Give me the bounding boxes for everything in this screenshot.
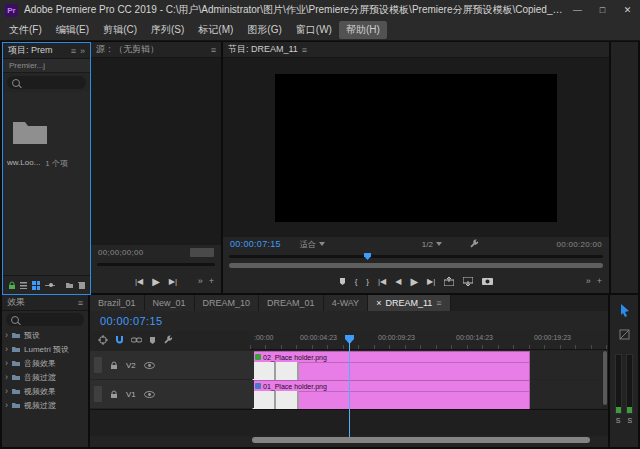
mark-out-icon[interactable]: } xyxy=(366,277,369,286)
solo-button-left[interactable]: S xyxy=(616,417,621,424)
clip-01-place-holder[interactable]: 01_Place holder.png xyxy=(252,380,530,410)
add-marker-icon[interactable] xyxy=(149,336,156,345)
snap-magnet-icon[interactable] xyxy=(115,335,124,345)
solo-button-right[interactable]: S xyxy=(628,417,633,424)
panel-menu-icon[interactable]: ≡ xyxy=(78,298,83,308)
lift-icon[interactable] xyxy=(444,277,454,286)
sequence-tab-dream-01[interactable]: DREAM_01 xyxy=(259,295,324,311)
source-patch-toggle[interactable] xyxy=(94,357,102,373)
linked-selection-icon[interactable] xyxy=(131,336,142,344)
step-back-icon[interactable]: ◀ xyxy=(395,277,401,286)
new-bin-icon[interactable] xyxy=(65,281,73,289)
tab-close-icon[interactable]: × xyxy=(376,298,381,308)
export-frame-camera-icon[interactable] xyxy=(482,277,493,285)
track-visibility-eye-icon[interactable] xyxy=(144,391,155,398)
maximize-button[interactable]: □ xyxy=(590,0,615,20)
program-scrubber[interactable] xyxy=(223,251,609,261)
menu-sequence[interactable]: 序列(S) xyxy=(144,21,191,39)
program-zoom-scrollbar[interactable] xyxy=(223,261,609,269)
effects-item-lumetri[interactable]: › Lumetri 预设 xyxy=(2,342,88,356)
source-zoom-select[interactable] xyxy=(190,248,214,257)
source-patch-toggle[interactable] xyxy=(94,386,102,402)
effects-item-audio-effects[interactable]: › 音频效果 xyxy=(2,356,88,370)
chevron-right-icon[interactable]: › xyxy=(5,386,8,396)
go-to-in-icon[interactable]: |◀ xyxy=(378,277,386,286)
add-button-icon[interactable]: + xyxy=(597,276,602,286)
sequence-tab-brazil-01[interactable]: Brazil_01 xyxy=(90,295,145,311)
track-label[interactable]: V1 xyxy=(126,390,136,399)
minimize-button[interactable]: — xyxy=(565,0,590,20)
close-button[interactable]: ✕ xyxy=(615,0,640,20)
chevron-right-icon[interactable]: › xyxy=(5,330,8,340)
panel-overflow-icon[interactable]: » xyxy=(80,46,85,56)
sequence-tab-4-way[interactable]: 4-WAY xyxy=(324,295,369,311)
menu-markers[interactable]: 标记(M) xyxy=(191,21,240,39)
track-v2-lane[interactable]: 02_Place holder.png xyxy=(250,351,602,379)
project-writable-lock-icon[interactable] xyxy=(8,281,15,290)
effects-item-video-effects[interactable]: › 视频效果 xyxy=(2,384,88,398)
list-view-icon[interactable] xyxy=(20,281,28,289)
tool-icon[interactable] xyxy=(619,329,630,340)
zoom-slider[interactable] xyxy=(45,285,55,286)
track-v1-lane[interactable]: 01_Place holder.png xyxy=(250,380,602,408)
menu-window[interactable]: 窗口(W) xyxy=(289,21,339,39)
panel-menu-icon[interactable]: ≡ xyxy=(436,298,441,308)
resolution-select[interactable]: 1/2 xyxy=(422,240,442,249)
insert-overwrite-icon[interactable] xyxy=(98,335,108,345)
timeline-timecode[interactable]: 00:00:07:15 xyxy=(100,315,163,327)
icon-view-icon[interactable] xyxy=(32,281,40,290)
effects-item-audio-transitions[interactable]: › 音频过渡 xyxy=(2,370,88,384)
panel-menu-icon[interactable]: ≡ xyxy=(302,45,307,55)
menu-clip[interactable]: 剪辑(C) xyxy=(96,21,144,39)
extract-icon[interactable] xyxy=(463,277,473,286)
clip-fx-badge[interactable] xyxy=(255,354,261,360)
timeline-horizontal-scrollbar[interactable] xyxy=(252,437,590,443)
sequence-tab-new-01[interactable]: New_01 xyxy=(145,295,195,311)
chevron-right-icon[interactable]: › xyxy=(5,400,8,410)
sequence-tab-dream-10[interactable]: DREAM_10 xyxy=(195,295,260,311)
mark-in-icon[interactable]: { xyxy=(355,277,358,286)
settings-wrench-icon[interactable] xyxy=(469,239,479,249)
timeline-settings-wrench-icon[interactable] xyxy=(163,335,173,345)
effects-panel-header[interactable]: 效果 ≡ xyxy=(2,295,88,311)
go-to-in-icon[interactable]: |◀ xyxy=(135,277,143,286)
effects-item-presets[interactable]: › 预设 xyxy=(2,328,88,342)
source-panel-header[interactable]: 源：（无剪辑） ≡ xyxy=(91,42,221,58)
chevron-right-icon[interactable]: › xyxy=(5,344,8,354)
play-icon[interactable]: ▶ xyxy=(410,276,418,287)
menu-graphics[interactable]: 图形(G) xyxy=(240,21,288,39)
button-overflow-icon[interactable]: » xyxy=(586,276,591,286)
chevron-right-icon[interactable]: › xyxy=(5,372,8,382)
project-tab[interactable]: Premier...j xyxy=(3,59,90,73)
program-playhead[interactable] xyxy=(364,253,371,260)
project-bin-area[interactable]: ww.Loo... 1 个项 xyxy=(3,92,90,275)
project-panel-header[interactable]: 项目: Prem ≡ » xyxy=(3,43,90,59)
sequence-tab-dream-11[interactable]: × DREAM_11 ≡ xyxy=(368,295,450,311)
time-ruler[interactable]: :00:00 00:00:04:23 00:00:09:23 00:00:14:… xyxy=(250,331,608,350)
project-search-input[interactable] xyxy=(7,76,86,89)
go-to-out-icon[interactable]: ▶| xyxy=(169,277,177,286)
program-timecode[interactable]: 00:00:07:15 xyxy=(230,239,281,249)
selection-tool-icon[interactable] xyxy=(618,303,631,317)
add-marker-icon[interactable] xyxy=(339,277,346,286)
go-to-out-icon[interactable]: ▶| xyxy=(427,277,435,286)
track-label[interactable]: V2 xyxy=(126,361,136,370)
track-lock-icon[interactable] xyxy=(110,361,118,370)
track-lock-icon[interactable] xyxy=(110,390,118,399)
menu-file[interactable]: 文件(F) xyxy=(2,21,49,39)
clip-02-place-holder[interactable]: 02_Place holder.png xyxy=(252,351,530,381)
timeline-vertical-scrollbar[interactable] xyxy=(603,351,607,405)
clip-fx-badge[interactable] xyxy=(255,383,261,389)
menu-edit[interactable]: 编辑(E) xyxy=(49,21,96,39)
chevron-right-icon[interactable]: › xyxy=(5,358,8,368)
trash-icon[interactable] xyxy=(78,281,85,290)
button-overflow-icon[interactable]: » xyxy=(198,276,203,286)
track-visibility-eye-icon[interactable] xyxy=(144,362,155,369)
bin-name[interactable]: ww.Loo... xyxy=(7,158,40,169)
source-scrubber[interactable] xyxy=(91,259,221,269)
panel-menu-icon[interactable]: ≡ xyxy=(211,45,216,55)
panel-menu-icon[interactable]: ≡ xyxy=(71,46,76,56)
add-button-icon[interactable]: + xyxy=(209,276,214,286)
folder-thumbnail-icon[interactable] xyxy=(11,116,49,146)
effects-item-video-transitions[interactable]: › 视频过渡 xyxy=(2,398,88,412)
